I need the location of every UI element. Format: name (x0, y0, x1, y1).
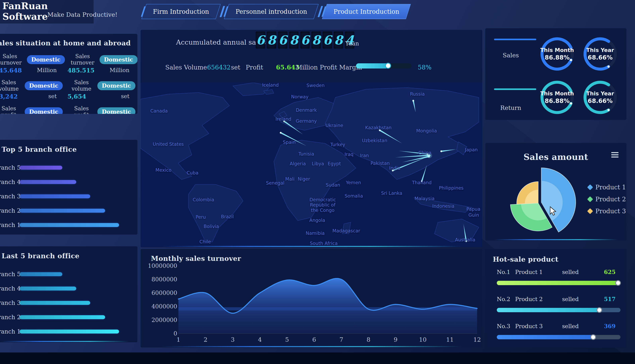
app-logo: FanRuan Software (2, 1, 48, 22)
metric-row: Sales profitDomestic54.546Million (0, 105, 63, 114)
product-name: Product 2 (515, 296, 562, 302)
map-label-mongolia: Mongolia (416, 128, 437, 134)
map-label-chile: Chile (200, 239, 211, 244)
progress-track (497, 335, 620, 339)
hamburger-menu-icon[interactable] (611, 152, 618, 159)
gauge-period-label: This Year (586, 47, 614, 53)
bar-row: Branch 5 (0, 267, 119, 281)
digit-value: 8 (267, 33, 276, 48)
hot-row-head: No.3Product 3selled369 (497, 323, 620, 330)
bar-row: Branch 1 (0, 218, 119, 232)
metric-value-row: 23,242set (0, 92, 63, 100)
progress-knob[interactable] (590, 334, 596, 340)
bar (20, 180, 76, 184)
sales-counter: 686868684 (256, 32, 354, 48)
map-label-norway: Norway (291, 94, 308, 99)
domestic-tag[interactable]: Domestic (100, 55, 138, 64)
legend-item-product-2[interactable]: Product 2 (588, 196, 626, 203)
counter-digit: 8 (334, 32, 343, 48)
bar-row: Branch 3 (0, 189, 119, 204)
progress-fill (497, 308, 599, 312)
last5-branch-panel: Last 5 branch office Branch 5Branch 4Bra… (0, 246, 138, 342)
map-label-ireland: Ireland (276, 116, 292, 122)
profit-label: Profit (246, 64, 263, 71)
gauge-group: This Month86.88%This Year68.66% (538, 78, 619, 116)
gauge-text: This Month86.88% (538, 35, 576, 73)
bar-track (20, 301, 119, 305)
gauge-group-label: Sales (485, 52, 536, 59)
tab-personnel-introduction[interactable]: Personnel introduction (224, 4, 318, 19)
bar-row: Branch 3 (0, 296, 119, 310)
metric-label: Sales volume (71, 79, 92, 92)
monthly-turnover-panel: Monthly sales turnover 10000000800000060… (140, 249, 482, 348)
slider-knob[interactable] (385, 63, 391, 69)
bar (20, 209, 105, 213)
map-label-madagascar: Madagascar (332, 228, 360, 233)
map-label-germany: Germany (296, 118, 317, 124)
gauge-percent-value: 86.88% (545, 97, 570, 104)
bar-label: Branch 3 (0, 300, 20, 306)
tab-product-introduction[interactable]: Product Introduction (322, 4, 411, 19)
domestic-tag[interactable]: Domestic (25, 107, 63, 114)
domestic-tag[interactable]: Domestic (27, 55, 65, 64)
metric-label: Sales turnover (0, 53, 22, 66)
hot-sale-row: No.2Product 2selled517 (485, 296, 626, 320)
sales-situation-column: Sales turnoverDomestic485.515MillionSale… (65, 53, 138, 114)
progress-knob[interactable] (615, 280, 621, 286)
digit-value: 6 (278, 33, 287, 48)
domestic-tag[interactable]: Domestic (97, 107, 136, 114)
map-label-russia: Russia (410, 92, 425, 96)
x-tick: 12 (473, 336, 481, 343)
map-label-ukraine: Ukraine (326, 123, 343, 128)
gauge-text: This Year68.66% (581, 35, 619, 73)
legend-item-product-1[interactable]: Product 1 (588, 184, 626, 191)
profit-margin-label: Profit Margin (320, 64, 362, 71)
bar-label: Branch 1 (0, 328, 20, 335)
bar-row: Branch 4 (0, 281, 119, 296)
gauge-period-label: This Month (540, 47, 574, 53)
profit-margin-slider[interactable] (356, 63, 412, 68)
logo-line1: FanRuan (2, 1, 48, 11)
legend-item-product-3[interactable]: Product 3 (588, 208, 626, 215)
area-fill (178, 278, 477, 334)
metric-unit: set (48, 93, 57, 100)
progress-knob[interactable] (596, 307, 602, 313)
flight-beam (441, 149, 456, 152)
x-tick: 2 (204, 336, 208, 343)
bar (20, 223, 119, 227)
bar-label: Branch 4 (0, 285, 20, 292)
bar-label: Branch 5 (0, 271, 20, 278)
area-chart (140, 249, 482, 348)
x-tick: 1 (176, 336, 180, 343)
sales-situation-column: Sales turnoverDomestic645.648MillionSale… (0, 53, 65, 114)
legend-label: Product 1 (595, 184, 626, 191)
top5-branch-panel: Top 5 branch office Branch 5Branch 4Bran… (0, 140, 138, 234)
tab-firm-introduction[interactable]: Firm Introduction (142, 4, 221, 19)
slider-fill (356, 63, 388, 68)
logo-line2: Software (2, 11, 48, 22)
metric-head: Sales turnoverDomestic (0, 53, 63, 66)
footer-bar (0, 352, 635, 364)
metric-row: Sales profitDomestic46.787Million (71, 105, 136, 114)
metric-unit: set (121, 93, 130, 100)
map-label-indonesia: Indonesia (432, 204, 454, 209)
progress-track (497, 308, 620, 312)
legend-label: Product 2 (595, 196, 626, 203)
metric-value: 485.515 (68, 67, 94, 74)
gauge-this-month: This Month86.88% (538, 35, 576, 73)
domestic-tag[interactable]: Domestic (97, 81, 136, 90)
sales-situation-panel: Sales situation at home and abroad Sales… (0, 34, 138, 114)
map-label-canada: Canada (150, 108, 168, 114)
profit-unit: Million (296, 64, 318, 71)
map-label-sudan: Sudan (326, 182, 340, 188)
bar-track (20, 330, 119, 334)
bar-track (20, 315, 119, 319)
selled-value: 517 (604, 296, 620, 302)
digit-value: 8 (334, 33, 343, 48)
map-label-mali: Mali (285, 176, 295, 182)
domestic-tag[interactable]: Domestic (25, 81, 63, 90)
x-tick: 7 (340, 336, 343, 343)
bar-track (20, 194, 119, 198)
panel-title: Sales situation at home and abroad (0, 39, 138, 47)
bar-label: Branch 2 (0, 314, 20, 320)
